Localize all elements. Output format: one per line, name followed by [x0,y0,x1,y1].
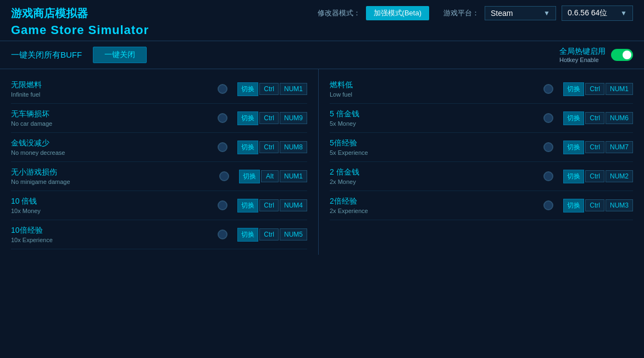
close-all-button[interactable]: 一键关闭 [93,47,147,63]
cheat-hotkey: 切换CtrlNUM3 [563,199,633,212]
version-select[interactable]: 0.6.56 64位 ▼ [562,5,633,21]
num-key[interactable]: NUM8 [280,141,307,153]
cheat-item: 5倍经验5x Experience切换CtrlNUM7 [330,133,633,162]
cheat-name-cn: 金钱没减少 [11,138,211,148]
app-title-en: Game Store Simulator [11,23,633,37]
cheat-name-en: Infinite fuel [11,91,211,98]
cheat-info: 无小游戏损伤No minigame damage [11,167,213,185]
cheat-item: 燃料低Low fuel切换CtrlNUM1 [330,75,633,104]
cheat-name-cn: 无车辆损坏 [11,109,211,119]
modifier-mode-button[interactable]: 加强模式(Beta) [366,6,429,20]
switch-button[interactable]: 切换 [563,141,584,154]
num-key[interactable]: NUM1 [280,83,307,95]
cheat-hotkey: 切换CtrlNUM2 [563,170,633,183]
mod-key[interactable]: Ctrl [585,141,604,153]
num-key[interactable]: NUM2 [606,170,633,182]
cheat-toggle[interactable] [543,171,553,181]
cheat-toggle[interactable] [543,142,553,152]
cheat-toggle[interactable] [218,200,227,210]
version-value: 0.6.56 64位 [568,8,607,18]
cheat-item: 无车辆损坏No car damage切换CtrlNUM9 [11,104,307,133]
num-key[interactable]: NUM1 [606,83,633,95]
cheat-name-cn: 无小游戏损伤 [11,167,213,177]
mod-key[interactable]: Ctrl [585,170,604,182]
cheat-name-en: 2x Experience [330,208,537,214]
platform-label: 游戏平台： [443,8,479,18]
mod-key[interactable]: Ctrl [259,199,279,211]
cheat-name-cn: 10 倍钱 [11,197,211,206]
cheat-hotkey: 切换CtrlNUM7 [563,141,633,154]
cheat-hotkey: 切换CtrlNUM5 [237,228,307,242]
mod-key[interactable]: Ctrl [585,83,604,95]
cheat-item: 无限燃料Infinite fuel切换CtrlNUM1 [11,75,307,104]
platform-select[interactable]: Steam ▼ [485,6,556,20]
cheat-hotkey: 切换CtrlNUM4 [237,199,307,212]
hotkey-toggle[interactable] [611,49,633,61]
cheat-toggle[interactable] [543,84,553,94]
cheat-name-cn: 5倍经验 [330,138,537,148]
mod-key[interactable]: Ctrl [259,112,279,124]
toolbar-left: 一键关闭所有BUFF 一键关闭 [11,47,147,63]
num-key[interactable]: NUM9 [280,112,307,124]
cheat-toggle[interactable] [218,230,227,239]
cheat-toggle[interactable] [543,113,553,123]
platform-value: Steam [491,9,513,18]
header: 游戏商店模拟器 修改器模式： 加强模式(Beta) 游戏平台： Steam ▼ … [0,0,644,41]
toolbar: 一键关闭所有BUFF 一键关闭 全局热键启用 Hotkey Enable [0,41,644,69]
cheat-name-en: 10x Experience [11,237,211,243]
num-key[interactable]: NUM1 [280,170,307,182]
cheat-hotkey: 切换CtrlNUM9 [237,111,307,125]
hotkey-label: 全局热键启用 [559,47,606,57]
num-key[interactable]: NUM7 [606,141,633,153]
cheat-hotkey: 切换CtrlNUM8 [237,141,307,154]
switch-button[interactable]: 切换 [563,170,584,183]
cheat-toggle[interactable] [218,142,227,152]
cheat-info: 金钱没减少No money decrease [11,138,211,156]
mod-key[interactable]: Ctrl [259,141,279,153]
mod-key[interactable]: Ctrl [259,228,279,240]
cheat-name-cn: 10倍经验 [11,226,211,236]
cheat-toggle[interactable] [218,113,227,123]
toolbar-right: 全局热键启用 Hotkey Enable [559,47,633,63]
switch-button[interactable]: 切换 [237,111,258,125]
mod-key[interactable]: Ctrl [259,83,279,95]
switch-button[interactable]: 切换 [237,228,258,242]
cheat-item: 无小游戏损伤No minigame damage切换AltNUM1 [11,162,307,191]
cheat-toggle[interactable] [218,84,227,94]
hotkey-text: 全局热键启用 Hotkey Enable [559,47,606,63]
switch-button[interactable]: 切换 [563,111,584,125]
num-key[interactable]: NUM5 [280,228,307,240]
cheat-name-en: No minigame damage [11,178,213,185]
switch-button[interactable]: 切换 [563,199,584,212]
switch-button[interactable]: 切换 [563,82,584,96]
switch-button[interactable]: 切换 [237,82,258,96]
cheat-info: 燃料低Low fuel [330,80,537,98]
switch-button[interactable]: 切换 [239,170,260,183]
cheat-hotkey: 切换AltNUM1 [239,170,307,183]
app-title-cn: 游戏商店模拟器 [11,6,88,21]
cheat-info: 10 倍钱10x Money [11,197,211,214]
cheat-hotkey: 切换CtrlNUM1 [237,82,307,96]
mod-key[interactable]: Ctrl [585,199,604,211]
cheat-info: 5 倍金钱5x Money [330,109,537,127]
version-arrow: ▼ [620,9,627,17]
num-key[interactable]: NUM6 [606,112,633,124]
cheat-hotkey: 切换CtrlNUM1 [563,82,633,96]
cheat-toggle[interactable] [219,171,229,181]
cheat-name-en: No money decrease [11,149,211,156]
cheat-name-cn: 无限燃料 [11,80,211,90]
cheat-info: 2 倍金钱2x Money [330,167,537,185]
cheat-name-cn: 燃料低 [330,80,537,90]
cheat-info: 无限燃料Infinite fuel [11,80,211,98]
cheat-toggle[interactable] [543,200,553,210]
switch-button[interactable]: 切换 [237,141,258,154]
header-controls: 修改器模式： 加强模式(Beta) 游戏平台： Steam ▼ 0.6.56 6… [318,5,633,21]
mod-key[interactable]: Ctrl [585,112,604,124]
switch-button[interactable]: 切换 [237,199,258,212]
platform-arrow: ▼ [543,9,550,17]
mod-key[interactable]: Alt [261,170,279,182]
cheat-name-cn: 2倍经验 [330,197,537,206]
num-key[interactable]: NUM4 [280,199,307,211]
num-key[interactable]: NUM3 [606,199,633,211]
cheat-name-en: Low fuel [330,91,537,98]
